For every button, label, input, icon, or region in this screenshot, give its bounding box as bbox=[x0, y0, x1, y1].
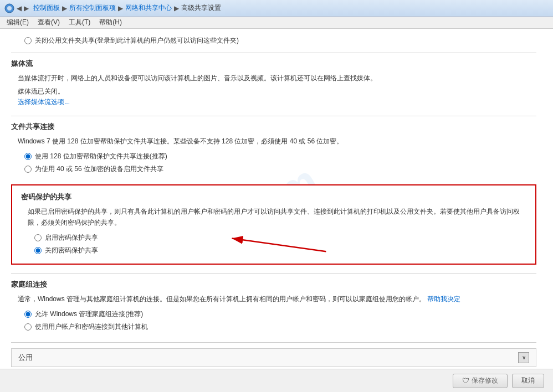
public-collapse-header[interactable]: 公用 ∨ bbox=[12, 349, 536, 367]
breadcrumb-sep-3: ▶ bbox=[174, 4, 179, 12]
radio-user-account-label: 使用用户帐户和密码连接到其他计算机 bbox=[35, 322, 148, 332]
menu-edit[interactable]: 编辑(E) bbox=[2, 17, 33, 28]
media-stream-status: 媒体流已关闭。 bbox=[11, 87, 536, 96]
media-stream-desc: 当媒体流打开时，网络上的人员和设备便可以访问该计算机上的图片、音乐以及视频。该计… bbox=[11, 73, 536, 84]
radio-4056bit-label: 为使用 40 或 56 位加密的设备启用文件共享 bbox=[35, 164, 163, 174]
radio-4056bit: 为使用 40 或 56 位加密的设备启用文件共享 bbox=[11, 163, 536, 176]
menu-help[interactable]: 帮助(H) bbox=[95, 17, 126, 28]
radio-disable-password-input[interactable] bbox=[34, 247, 42, 254]
home-group-title: 家庭组连接 bbox=[11, 280, 536, 290]
cancel-button[interactable]: 取消 bbox=[512, 374, 544, 388]
breadcrumb-control-panel[interactable]: 控制面板 bbox=[33, 3, 60, 13]
radio-windows-manage: 允许 Windows 管理家庭组连接(推荐) bbox=[11, 308, 536, 321]
breadcrumb-sep-2: ▶ bbox=[118, 4, 123, 12]
media-stream-title: 媒体流 bbox=[11, 59, 536, 69]
divider-2 bbox=[11, 116, 536, 116]
content-scroll: Eam 关闭公用文件夹共享(登录到此计算机的用户仍然可以访问这些文件夹) 媒体流… bbox=[0, 29, 553, 369]
menu-view[interactable]: 查看(V) bbox=[33, 17, 64, 28]
file-sharing-conn-section: 文件共享连接 Windows 7 使用 128 位加密帮助保护文件共享连接。某些… bbox=[11, 122, 536, 176]
media-stream-section: 媒体流 当媒体流打开时，网络上的人员和设备便可以访问该计算机上的图片、音乐以及视… bbox=[11, 59, 536, 107]
radio-close-public-sharing-label: 关闭公用文件夹共享(登录到此计算机的用户仍然可以访问这些文件夹) bbox=[35, 36, 239, 45]
save-icon: 🛡 bbox=[462, 376, 469, 385]
radio-disable-password-label: 关闭密码保护共享 bbox=[45, 246, 98, 255]
nav-back[interactable]: ◀ bbox=[17, 4, 22, 12]
breadcrumb-current: 高级共享设置 bbox=[181, 3, 221, 13]
cancel-label: 取消 bbox=[521, 376, 535, 385]
password-protection-desc: 如果已启用密码保护的共享，则只有具备此计算机的用户帐户和密码的用户才可以访问共享… bbox=[21, 207, 526, 228]
media-stream-link[interactable]: 选择媒体流选项... bbox=[18, 98, 70, 106]
radio-windows-manage-label: 允许 Windows 管理家庭组连接(推荐) bbox=[35, 310, 143, 319]
radio-enable-password: 启用密码保护共享 bbox=[21, 231, 526, 244]
radio-enable-password-input[interactable] bbox=[34, 234, 42, 241]
collapse-arrow-icon: ∨ bbox=[518, 352, 529, 363]
home-group-section: 家庭组连接 通常，Windows 管理与其他家庭组计算机的连接。但是如果您在所有… bbox=[11, 280, 536, 333]
radio-disable-password: 关闭密码保护共享 bbox=[21, 244, 526, 257]
radio-128bit: 使用 128 位加密帮助保护文件共享连接(推荐) bbox=[11, 150, 536, 163]
radio-close-public-sharing: 关闭公用文件夹共享(登录到此计算机的用户仍然可以访问这些文件夹) bbox=[11, 34, 536, 47]
bottom-bar: 🛡 保存修改 取消 bbox=[0, 369, 553, 392]
home-group-link[interactable]: 帮助我决定 bbox=[427, 295, 460, 303]
file-sharing-conn-title: 文件共享连接 bbox=[11, 122, 536, 132]
radio-close-public-sharing-input[interactable] bbox=[24, 37, 32, 44]
window-icon bbox=[4, 3, 14, 13]
menubar: 编辑(E) 查看(V) 工具(T) 帮助(H) bbox=[0, 17, 553, 29]
radio-windows-manage-input[interactable] bbox=[24, 311, 32, 318]
public-section-label: 公用 bbox=[18, 353, 33, 363]
titlebar: ◀ ▶ 控制面板 ▶ 所有控制面板项 ▶ 网络和共享中心 ▶ 高级共享设置 bbox=[0, 0, 553, 17]
radio-128bit-label: 使用 128 位加密帮助保护文件共享连接(推荐) bbox=[35, 152, 167, 161]
divider-1 bbox=[11, 53, 536, 53]
password-protection-title: 密码保护的共享 bbox=[21, 192, 526, 202]
main-content: Eam 关闭公用文件夹共享(登录到此计算机的用户仍然可以访问这些文件夹) 媒体流… bbox=[0, 29, 553, 369]
radio-user-account-input[interactable] bbox=[24, 323, 32, 331]
divider-3 bbox=[11, 274, 536, 274]
breadcrumb-all-items[interactable]: 所有控制面板项 bbox=[69, 3, 116, 13]
radio-enable-password-label: 启用密码保护共享 bbox=[45, 233, 98, 243]
save-label: 保存修改 bbox=[472, 376, 498, 385]
menu-tools[interactable]: 工具(T) bbox=[64, 17, 95, 28]
breadcrumb: 控制面板 ▶ 所有控制面板项 ▶ 网络和共享中心 ▶ 高级共享设置 bbox=[33, 3, 221, 13]
divider-4 bbox=[11, 342, 536, 343]
radio-user-account: 使用用户帐户和密码连接到其他计算机 bbox=[11, 321, 536, 333]
home-group-desc: 通常，Windows 管理与其他家庭组计算机的连接。但是如果您在所有计算机上拥有… bbox=[11, 294, 536, 305]
file-sharing-conn-desc: Windows 7 使用 128 位加密帮助保护文件共享连接。某些设备不支持 1… bbox=[11, 136, 536, 147]
radio-128bit-input[interactable] bbox=[24, 153, 32, 160]
public-collapse-section[interactable]: 公用 ∨ bbox=[11, 348, 536, 367]
breadcrumb-network-center[interactable]: 网络和共享中心 bbox=[125, 3, 172, 13]
breadcrumb-sep-1: ▶ bbox=[62, 4, 67, 12]
nav-forward[interactable]: ▶ bbox=[24, 4, 29, 12]
svg-point-1 bbox=[7, 6, 12, 11]
radio-4056bit-input[interactable] bbox=[24, 166, 32, 173]
save-button[interactable]: 🛡 保存修改 bbox=[453, 374, 508, 388]
password-protection-section: 密码保护的共享 如果已启用密码保护的共享，则只有具备此计算机的用户帐户和密码的用… bbox=[11, 184, 536, 264]
